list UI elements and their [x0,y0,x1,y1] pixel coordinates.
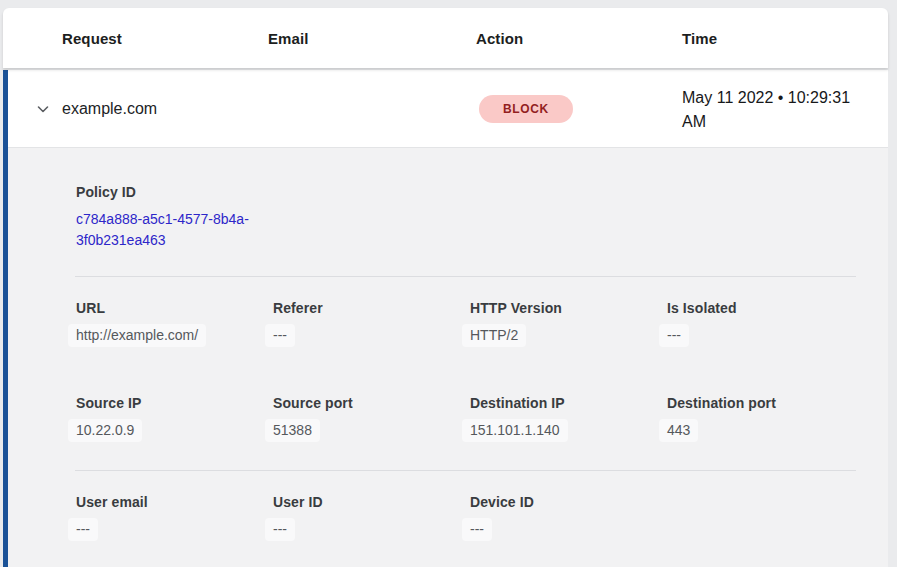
field-label: URL [76,300,273,316]
log-table-card: Request Email Action Time example.com BL… [3,8,888,567]
policy-id-field: Policy ID c784a888-a5c1-4577-8b4a-3f0b23… [8,184,868,251]
field-value: --- [462,518,492,541]
field-value: --- [68,518,98,541]
field-label: Device ID [470,494,667,510]
field-destination-ip: Destination IP 151.101.1.140 [470,395,667,445]
column-header-request: Request [62,30,268,47]
field-label: User ID [273,494,470,510]
field-user-email: User email --- [76,494,273,544]
block-action-badge: BLOCK [479,95,573,123]
field-label: Referer [273,300,470,316]
log-table-row[interactable]: example.com BLOCK May 11 2022 • 10:29:31… [8,70,888,148]
time-cell: May 11 2022 • 10:29:31 AM [682,84,874,134]
column-header-email: Email [268,30,476,47]
field-value: --- [265,324,295,347]
field-label: User email [76,494,273,510]
table-header-row: Request Email Action Time [3,8,888,68]
column-header-time: Time [682,30,888,47]
field-value: 51388 [265,419,320,442]
section-divider [75,276,856,277]
field-url: URL http://example.com/ [76,300,273,350]
field-http-version: HTTP Version HTTP/2 [470,300,667,350]
request-details-grid: URL http://example.com/ Referer --- HTTP… [8,300,868,445]
field-label: Source IP [76,395,273,411]
field-value: HTTP/2 [462,324,526,347]
field-value: --- [265,518,295,541]
collapse-row-button[interactable] [32,98,54,120]
section-divider [75,470,856,471]
user-details-grid: User email --- User ID --- Device ID --- [8,494,868,544]
field-is-isolated: Is Isolated --- [667,300,864,350]
column-header-action: Action [476,30,682,47]
row-details-panel: Policy ID c784a888-a5c1-4577-8b4a-3f0b23… [8,148,888,567]
field-referer: Referer --- [273,300,470,350]
policy-id-label: Policy ID [76,184,868,200]
chevron-cell [8,98,62,120]
expanded-row-group: example.com BLOCK May 11 2022 • 10:29:31… [3,70,888,567]
field-label: Destination IP [470,395,667,411]
request-cell: example.com [62,100,268,118]
field-device-id: Device ID --- [470,494,667,544]
field-label: Source port [273,395,470,411]
field-source-ip: Source IP 10.22.0.9 [76,395,273,445]
action-cell: BLOCK [476,95,682,123]
field-label: HTTP Version [470,300,667,316]
field-label: Destination port [667,395,864,411]
field-value: 443 [659,419,698,442]
field-value: 151.101.1.140 [462,419,568,442]
field-source-port: Source port 51388 [273,395,470,445]
field-value: --- [659,324,689,347]
field-destination-port: Destination port 443 [667,395,864,445]
chevron-down-icon [35,101,51,117]
field-user-id: User ID --- [273,494,470,544]
field-label: Is Isolated [667,300,864,316]
field-value: http://example.com/ [68,324,206,347]
policy-id-link[interactable]: c784a888-a5c1-4577-8b4a-3f0b231ea463 [76,209,276,251]
field-value: 10.22.0.9 [68,419,142,442]
